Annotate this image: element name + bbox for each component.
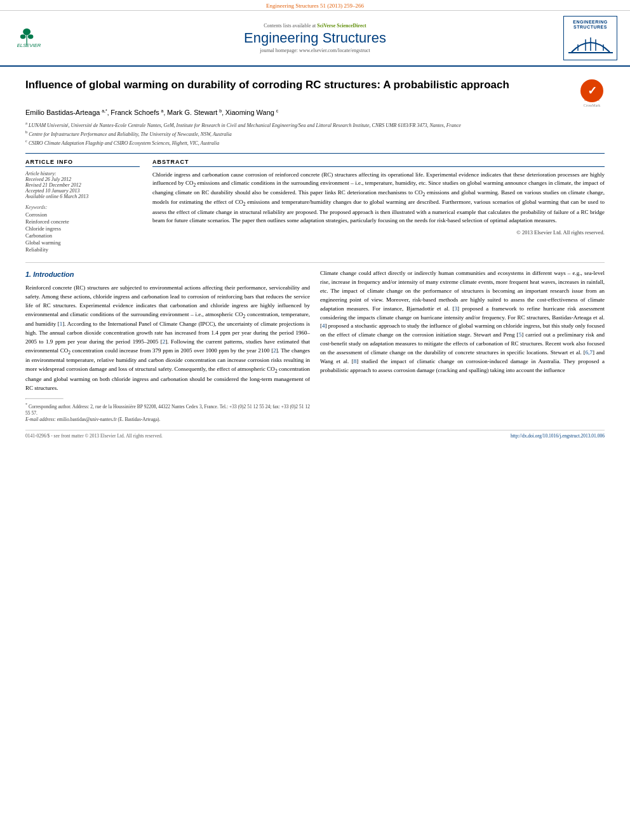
introduction-title: 1. Introduction (25, 269, 310, 280)
author-name: Xiaoming Wang (225, 109, 274, 116)
keyword-warming: Global warming (25, 239, 140, 246)
issn-text: 0141-0296/$ - see front matter © 2013 El… (25, 433, 163, 439)
svg-text:CrossMark: CrossMark (584, 98, 600, 102)
intro-paragraph-1: Reinforced concrete (RC) structures are … (25, 284, 310, 393)
keyword-carbonation: Carbonation (25, 232, 140, 239)
affiliation-c: c CSIRO Climate Adaptation Flagship and … (25, 138, 605, 147)
authors-section: Emilio Bastidas-Arteaga a,*, Franck Scho… (25, 109, 605, 116)
journal-citation: Engineering Structures 51 (2013) 259–266 (0, 0, 630, 11)
right-column: Climate change could affect directly or … (320, 269, 605, 423)
journal-url: journal homepage: www.elsevier.com/locat… (70, 48, 560, 53)
history-label: Article history: (25, 171, 140, 177)
abstract-text: Chloride ingress and carbonation cause c… (152, 171, 605, 225)
bridge-icon (565, 30, 616, 57)
svg-text:ELSEVIER: ELSEVIER (17, 43, 41, 47)
author-name: Franck Schoefs (111, 109, 159, 116)
revised-date: Revised 21 December 2012 (25, 182, 140, 188)
svg-text:✓: ✓ (587, 84, 597, 97)
keywords-list: Corrosion Reinforced concrete Chloride i… (25, 211, 140, 253)
elsevier-logo: ELSEVIER (13, 28, 70, 48)
article-info: ARTICLE INFO Article history: Received 2… (25, 159, 140, 253)
keywords-label: Keywords: (25, 204, 140, 210)
copyright-line: © 2013 Elsevier Ltd. All rights reserved… (152, 229, 605, 236)
keywords-section: Keywords: Corrosion Reinforced concrete … (25, 204, 140, 253)
affiliation-b: b Centre for Infrastructure Performance … (25, 129, 605, 138)
journal-header: ELSEVIER Contents lists available at Sci… (0, 11, 630, 67)
doi-link[interactable]: http://dx.doi.org/10.1016/j.engstruct.20… (511, 433, 605, 439)
abstract-section: ABSTRACT Chloride ingress and carbonatio… (152, 159, 605, 253)
right-logo-area: ENGINEERING STRUCTURES (560, 16, 617, 60)
article-info-abstract: ARTICLE INFO Article history: Received 2… (25, 153, 605, 253)
sciverse-link[interactable]: SciVerse ScienceDirect (317, 23, 366, 29)
article-body: 1. Introduction Reinforced concrete (RC)… (25, 262, 605, 423)
left-column: 1. Introduction Reinforced concrete (RC)… (25, 269, 310, 423)
svg-point-4 (28, 34, 34, 39)
bottom-bar: 0141-0296/$ - see front matter © 2013 El… (25, 430, 605, 441)
engineering-structures-logo: ENGINEERING STRUCTURES (563, 16, 617, 60)
citation-text: Engineering Structures 51 (2013) 259–266 (266, 3, 364, 9)
svg-rect-6 (568, 52, 613, 53)
elsevier-tree-icon: ELSEVIER (13, 28, 57, 47)
author-name: Mark G. Stewart (167, 109, 217, 116)
article-history: Article history: Received 26 July 2012 R… (25, 171, 140, 199)
logo-text-line1: ENGINEERING (573, 20, 608, 25)
article-title: Influence of global warming on durabilit… (25, 78, 573, 92)
affiliation-a: a LUNAM Université, Université de Nantes… (25, 120, 605, 129)
logo-text-line2: STRUCTURES (573, 25, 607, 30)
received-date: Received 26 July 2012 (25, 177, 140, 182)
keyword-rc: Reinforced concrete (25, 218, 140, 225)
article-info-header: ARTICLE INFO (25, 159, 140, 167)
crossmark-label: CrossMark (579, 103, 605, 107)
keyword-chloride: Chloride ingress (25, 225, 140, 232)
footnote-divider (25, 398, 64, 399)
author-name: Emilio Bastidas-Arteaga (25, 109, 100, 116)
intro-paragraph-2: Climate change could affect directly or … (320, 269, 605, 375)
article-title-section: Influence of global warming on durabilit… (25, 73, 605, 103)
keyword-reliability: Reliability (25, 246, 140, 253)
footnote-email: E-mail address: emilio.bastidas@univ-nan… (25, 417, 310, 423)
main-content: Influence of global warming on durabilit… (0, 67, 630, 430)
accepted-date: Accepted 10 January 2013 (25, 188, 140, 194)
footnote-corresponding: * Corresponding author. Address: 2, rue … (25, 402, 310, 417)
affiliations: a LUNAM Université, Université de Nantes… (25, 120, 605, 147)
crossmark-icon: ✓ CrossMark CrossMark (579, 78, 605, 103)
abstract-header: ABSTRACT (152, 159, 605, 167)
keyword-corrosion: Corrosion (25, 211, 140, 218)
sciverse-line: Contents lists available at SciVerse Sci… (70, 23, 560, 29)
available-online-date: Available online 6 March 2013 (25, 194, 140, 199)
journal-center: Contents lists available at SciVerse Sci… (70, 23, 560, 53)
journal-title: Engineering Structures (70, 30, 560, 46)
svg-point-2 (23, 29, 30, 35)
svg-point-3 (20, 34, 26, 39)
